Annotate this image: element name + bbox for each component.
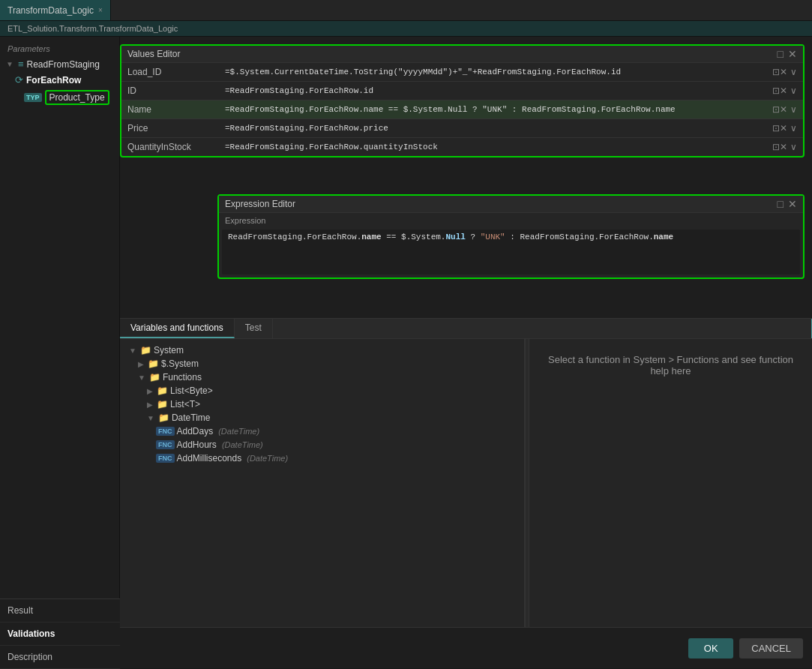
sidebar-tab-result[interactable]: Result bbox=[0, 599, 120, 622]
table-row[interactable]: Price =ReadFromStaging.ForEachRow.price … bbox=[121, 119, 803, 138]
expand-icon[interactable]: ∨ bbox=[790, 123, 797, 134]
var-tabs: Variables and functions Test bbox=[120, 319, 812, 339]
chevron-icon: ▼ bbox=[147, 414, 154, 422]
col-expr: =ReadFromStaging.ForEachRow.name == $.Sy… bbox=[225, 105, 772, 114]
fnc-badge: FNC bbox=[156, 454, 175, 463]
tree-node-label: AddHours bbox=[177, 440, 217, 450]
col-expr: =$.System.CurrentDateTime.ToString("yyyy… bbox=[225, 68, 772, 76]
tree-node-label: DateTime bbox=[172, 412, 211, 423]
chevron-icon: ▼ bbox=[138, 374, 145, 382]
tree-node-label: List<T> bbox=[170, 399, 200, 410]
expand-icon[interactable]: ∨ bbox=[790, 104, 797, 115]
col-expr: =ReadFromStaging.ForEachRow.quantityInSt… bbox=[225, 142, 772, 152]
values-editor-panel: Values Editor □ ✕ Load_ID =$.System.Curr… bbox=[120, 44, 805, 158]
edit-clear-icon[interactable]: ⊡✕ bbox=[772, 86, 787, 96]
col-name: Name bbox=[127, 104, 225, 115]
col-actions: ⊡✕ ∨ bbox=[772, 123, 797, 134]
tab-transformdata-logic[interactable]: TransformData_Logic × bbox=[0, 0, 111, 20]
tab-test[interactable]: Test bbox=[235, 319, 273, 338]
tree-node-type: (DateTime) bbox=[218, 427, 259, 436]
sidebar: Parameters ▼ ≡ ReadFromStaging ⟳ ForEach… bbox=[0, 37, 120, 668]
typ-badge: TYP bbox=[24, 93, 42, 102]
expand-icon[interactable]: ∨ bbox=[790, 86, 797, 96]
table-row[interactable]: Name =ReadFromStaging.ForEachRow.name ==… bbox=[121, 100, 803, 119]
tab-label: TransformData_Logic bbox=[7, 5, 94, 16]
edit-clear-icon[interactable]: ⊡✕ bbox=[772, 104, 787, 115]
expand-icon[interactable]: ∨ bbox=[790, 67, 797, 77]
sync-icon: ⟳ bbox=[15, 74, 23, 86]
expr-editor-controls: □ ✕ bbox=[778, 199, 797, 209]
tree-node-addhours[interactable]: FNC AddHours (DateTime) bbox=[123, 438, 521, 452]
tree-node-label: Functions bbox=[163, 372, 202, 382]
tree-node-system[interactable]: ▼ 📁 System bbox=[123, 344, 521, 357]
var-tree: ▼ 📁 System ▶ 📁 $.System ▼ 📁 Functio bbox=[120, 339, 525, 627]
tab-variables-functions[interactable]: Variables and functions bbox=[120, 319, 235, 338]
folder-icon: 📁 bbox=[158, 412, 169, 423]
expr-text: ReadFromStaging.ForEachRow.name == $.Sys… bbox=[228, 232, 673, 242]
values-editor-title: Values Editor bbox=[127, 49, 180, 59]
sidebar-item-product-type[interactable]: TYP Product_Type bbox=[0, 88, 119, 107]
expression-editor-panel: Expression Editor □ ✕ Expression ReadFro… bbox=[217, 194, 805, 279]
tree-node-datetime[interactable]: ▼ 📁 DateTime bbox=[123, 411, 521, 424]
sidebar-foreachrow-label: ForEachRow bbox=[26, 75, 81, 86]
values-editor-controls: □ ✕ bbox=[778, 49, 797, 59]
values-editor-close-btn[interactable]: ✕ bbox=[788, 49, 797, 59]
sidebar-item-readfromstaging[interactable]: ▼ ≡ ReadFromStaging bbox=[0, 56, 119, 72]
chevron-icon: ▶ bbox=[138, 360, 144, 368]
tree-node-type: (DateTime) bbox=[222, 440, 263, 449]
col-actions: ⊡✕ ∨ bbox=[772, 67, 797, 77]
tab-bar: TransformData_Logic × bbox=[0, 0, 812, 21]
tree-node-dollarsystem[interactable]: ▶ 📁 $.System bbox=[123, 357, 521, 370]
var-help-text: Select a function in System > Functions … bbox=[529, 339, 812, 627]
table-row[interactable]: QuantityInStock =ReadFromStaging.ForEach… bbox=[121, 138, 803, 156]
cancel-button[interactable]: CANCEL bbox=[739, 638, 803, 658]
folder-icon: 📁 bbox=[140, 345, 151, 356]
breadcrumb: ETL_Solution.Transform.TransformData_Log… bbox=[0, 21, 812, 37]
expr-editor-minimize-btn[interactable]: □ bbox=[778, 199, 784, 209]
tab-close-icon[interactable]: × bbox=[98, 6, 103, 14]
tree-node-type: (DateTime) bbox=[247, 454, 288, 463]
tree-node-label: $.System bbox=[161, 358, 199, 369]
fnc-badge: FNC bbox=[156, 427, 175, 436]
expand-icon: ▼ bbox=[6, 60, 13, 68]
expr-editor-titlebar: Expression Editor □ ✕ bbox=[219, 196, 803, 213]
ok-button[interactable]: OK bbox=[688, 638, 733, 658]
expr-editor-title: Expression Editor bbox=[225, 199, 295, 209]
sidebar-bottom: Result Validations Description bbox=[0, 598, 120, 669]
values-editor-minimize-btn[interactable]: □ bbox=[778, 49, 784, 59]
sidebar-item-foreachrow[interactable]: ⟳ ForEachRow bbox=[0, 72, 119, 88]
expand-icon[interactable]: ∨ bbox=[790, 142, 797, 152]
expr-editor-close-btn[interactable]: ✕ bbox=[788, 199, 797, 209]
table-row[interactable]: ID =ReadFromStaging.ForEachRow.id ⊡✕ ∨ bbox=[121, 82, 803, 100]
folder-icon: 📁 bbox=[148, 358, 159, 369]
tree-node-adddays[interactable]: FNC AddDays (DateTime) bbox=[123, 424, 521, 438]
sidebar-tab-validations[interactable]: Validations bbox=[0, 622, 120, 646]
col-actions: ⊡✕ ∨ bbox=[772, 104, 797, 115]
col-expr: =ReadFromStaging.ForEachRow.id bbox=[225, 86, 772, 95]
tree-node-label: AddDays bbox=[177, 426, 214, 436]
col-name: ID bbox=[127, 86, 225, 96]
content-area: Values Editor □ ✕ Load_ID =$.System.Curr… bbox=[120, 37, 812, 668]
expr-content-area[interactable]: ReadFromStaging.ForEachRow.name == $.Sys… bbox=[222, 230, 800, 274]
edit-clear-icon[interactable]: ⊡✕ bbox=[772, 142, 787, 152]
tree-node-label: System bbox=[154, 345, 184, 356]
tree-node-label: List<Byte> bbox=[170, 386, 213, 396]
tree-node-label: AddMilliseconds bbox=[177, 453, 242, 464]
chevron-icon: ▼ bbox=[129, 346, 136, 355]
values-editor-titlebar: Values Editor □ ✕ bbox=[121, 46, 803, 63]
sidebar-section-label: Parameters bbox=[0, 43, 119, 56]
tree-node-functions[interactable]: ▼ 📁 Functions bbox=[123, 370, 521, 384]
col-actions: ⊡✕ ∨ bbox=[772, 142, 797, 152]
table-row[interactable]: Load_ID =$.System.CurrentDateTime.ToStri… bbox=[121, 63, 803, 82]
main-layout: Parameters ▼ ≡ ReadFromStaging ⟳ ForEach… bbox=[0, 37, 812, 668]
values-table: Load_ID =$.System.CurrentDateTime.ToStri… bbox=[121, 63, 803, 156]
edit-clear-icon[interactable]: ⊡✕ bbox=[772, 123, 787, 134]
tree-node-listbyte[interactable]: ▶ 📁 List<Byte> bbox=[123, 384, 521, 398]
tree-node-listt[interactable]: ▶ 📁 List<T> bbox=[123, 398, 521, 411]
tree-node-addmilliseconds[interactable]: FNC AddMilliseconds (DateTime) bbox=[123, 452, 521, 465]
edit-clear-icon[interactable]: ⊡✕ bbox=[772, 67, 787, 77]
folder-icon: 📁 bbox=[157, 399, 168, 410]
col-actions: ⊡✕ ∨ bbox=[772, 86, 797, 96]
sidebar-tab-description[interactable]: Description bbox=[0, 646, 120, 669]
expr-label: Expression bbox=[219, 213, 803, 226]
